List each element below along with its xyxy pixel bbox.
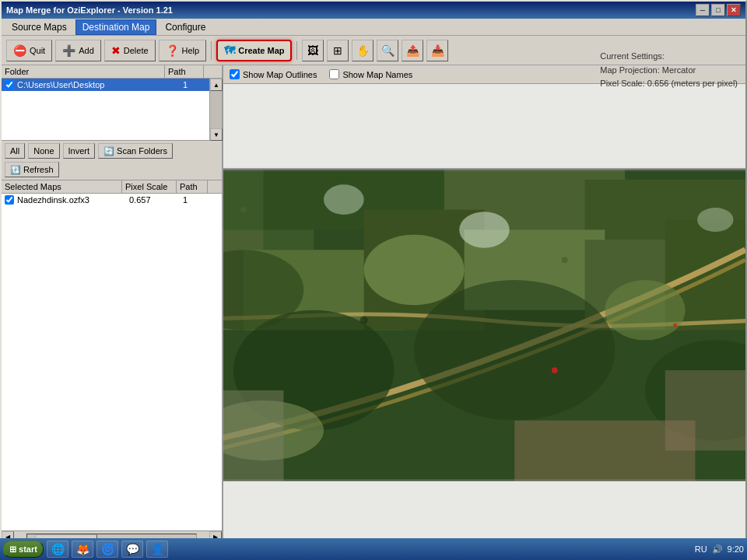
scan-icon: 🔄 [103, 146, 114, 156]
map-item[interactable]: Nadezhdinsk.ozfx3 0.657 1 [2, 194, 222, 206]
folder-header: Folder Path [2, 65, 222, 79]
map-checkbox[interactable] [5, 195, 14, 205]
path2-col-header: Path [177, 180, 208, 193]
scroll-thumb [210, 91, 222, 128]
grid-icon-btn[interactable]: ⊞ [327, 40, 349, 61]
scroll-down-arrow[interactable]: ▼ [210, 128, 223, 141]
none-button[interactable]: None [28, 143, 59, 159]
folder-path: C:\Users\User\Desktop [17, 80, 180, 89]
refresh-button[interactable]: 🔃 Refresh [5, 162, 59, 177]
folder-list[interactable]: C:\Users\User\Desktop 1 [2, 79, 209, 141]
selected-col-header: Selected Maps [2, 180, 122, 193]
menu-configure[interactable]: Configure [158, 19, 212, 35]
svg-rect-22 [665, 370, 745, 450]
taskbar-firefox-icon[interactable]: 🦊 [72, 541, 93, 558]
zoom-icon-btn[interactable]: 🔍 [377, 40, 398, 61]
start-icon: ⊞ [9, 544, 16, 555]
taskbar-chat-icon[interactable]: 💬 [121, 541, 143, 558]
taskbar-chrome-icon[interactable]: 🌀 [96, 541, 118, 558]
svg-point-16 [605, 280, 685, 340]
svg-point-29 [673, 323, 677, 327]
image-icon-btn[interactable]: 🖼 [302, 40, 324, 61]
map-container [223, 84, 745, 543]
satellite-canvas [223, 170, 745, 481]
right-panel: Show Map Outlines Show Map Names [223, 65, 745, 543]
taskbar-time: 9:20 [728, 544, 744, 554]
minimize-button[interactable]: ─ [696, 4, 710, 16]
selected-maps-section: Selected Maps Pixel Scale Path Nadezhdin… [2, 180, 222, 530]
satellite-map-view[interactable] [223, 170, 745, 481]
svg-point-28 [552, 367, 558, 373]
show-map-outlines-label[interactable]: Show Map Outlines [230, 69, 317, 79]
svg-point-25 [360, 316, 368, 324]
taskbar-left: ⊞ start 🌐 🦊 🌀 💬 👤 [3, 541, 168, 558]
taskbar: ⊞ start 🌐 🦊 🌀 💬 👤 RU 🔊 9:20 [0, 538, 747, 560]
settings-projection: Map Projection: Mercator [600, 64, 738, 78]
show-map-names-checkbox[interactable] [329, 69, 339, 79]
title-bar: Map Merge for OziExplorer - Version 1.21… [2, 2, 745, 19]
pixscale-col-header: Pixel Scale [122, 180, 177, 193]
taskbar-lang: RU [695, 544, 707, 554]
svg-point-12 [414, 280, 615, 421]
show-map-outlines-checkbox[interactable] [230, 69, 240, 79]
folder-scrollbar[interactable]: ▲ ▼ [209, 79, 222, 141]
folder-item[interactable]: C:\Users\User\Desktop 1 [2, 79, 209, 91]
import-icon-btn[interactable]: 📥 [426, 40, 448, 61]
taskbar-browser-icon[interactable]: 🌐 [47, 541, 68, 558]
export-icon-btn[interactable]: 📤 [402, 40, 423, 61]
map-top-area [223, 84, 745, 170]
show-map-names-label[interactable]: Show Map Names [329, 69, 412, 79]
selected-maps-list[interactable]: Nadezhdinsk.ozfx3 0.657 1 [2, 194, 222, 530]
folder-section: Folder Path C:\Users\User\Desktop 1 ▲ [2, 65, 222, 141]
quit-button[interactable]: ⛔ Quit [6, 40, 52, 61]
folder-col-header: Folder [2, 65, 165, 78]
delete-icon: ✖ [111, 44, 121, 57]
taskbar-volume-icon: 🔊 [712, 544, 723, 555]
svg-point-26 [562, 257, 568, 263]
left-panel: Folder Path C:\Users\User\Desktop 1 ▲ [2, 65, 223, 543]
menu-source-maps[interactable]: Source Maps [5, 19, 74, 35]
close-button[interactable]: ✕ [727, 4, 741, 16]
title-bar-controls: ─ □ ✕ [696, 4, 741, 16]
current-settings-panel: Current Settings: Map Projection: Mercat… [600, 50, 738, 91]
help-button[interactable]: ❓ Help [159, 40, 207, 61]
folder-buttons-bar: All None Invert 🔄 Scan Folders 🔃 Refresh [2, 141, 222, 180]
start-button[interactable]: ⊞ start [3, 541, 44, 558]
menu-destination-map[interactable]: Destination Map [75, 19, 157, 35]
selected-maps-header: Selected Maps Pixel Scale Path [2, 180, 222, 194]
toolbar: ⛔ Quit ➕ Add ✖ Delete ❓ Help 🗺 Create Ma… [2, 36, 745, 65]
svg-rect-23 [223, 390, 283, 481]
svg-point-24 [240, 207, 247, 213]
scan-folders-button[interactable]: 🔄 Scan Folders [98, 143, 173, 159]
invert-button[interactable]: Invert [63, 143, 96, 159]
svg-point-20 [697, 208, 733, 232]
svg-point-15 [364, 235, 465, 305]
settings-title: Current Settings: [600, 50, 738, 64]
map-pixel-scale: 0.657 [129, 195, 180, 205]
taskbar-user-icon[interactable]: 👤 [146, 541, 168, 558]
menu-bar: Source Maps Destination Map Configure [2, 19, 745, 36]
help-icon: ❓ [166, 44, 179, 57]
all-button[interactable]: All [5, 143, 25, 159]
folder-checkbox[interactable] [5, 80, 14, 89]
maximize-button[interactable]: □ [711, 4, 725, 16]
quit-icon: ⛔ [13, 44, 26, 57]
toolbar-separator [211, 41, 212, 60]
create-map-button[interactable]: 🗺 Create Map [216, 40, 292, 61]
settings-pixel-scale: Pixel Scale: 0.656 (meters per pixel) [600, 77, 738, 91]
path-col-header: Path [165, 65, 204, 78]
map-path: 1 [183, 195, 210, 205]
app-title: Map Merge for OziExplorer - Version 1.21 [6, 5, 173, 15]
taskbar-right: RU 🔊 9:20 [695, 544, 744, 555]
add-button[interactable]: ➕ Add [55, 40, 101, 61]
map-bottom-area [223, 481, 745, 543]
refresh-icon: 🔃 [10, 165, 21, 174]
toolbar-separator-2 [296, 41, 297, 60]
svg-point-18 [459, 212, 510, 247]
scroll-up-arrow[interactable]: ▲ [210, 79, 223, 91]
map-name: Nadezhdinsk.ozfx3 [17, 195, 126, 205]
delete-button[interactable]: ✖ Delete [104, 40, 156, 61]
add-icon: ➕ [62, 44, 75, 57]
main-area: Folder Path C:\Users\User\Desktop 1 ▲ [2, 65, 745, 543]
pan-icon-btn[interactable]: ✋ [352, 40, 374, 61]
